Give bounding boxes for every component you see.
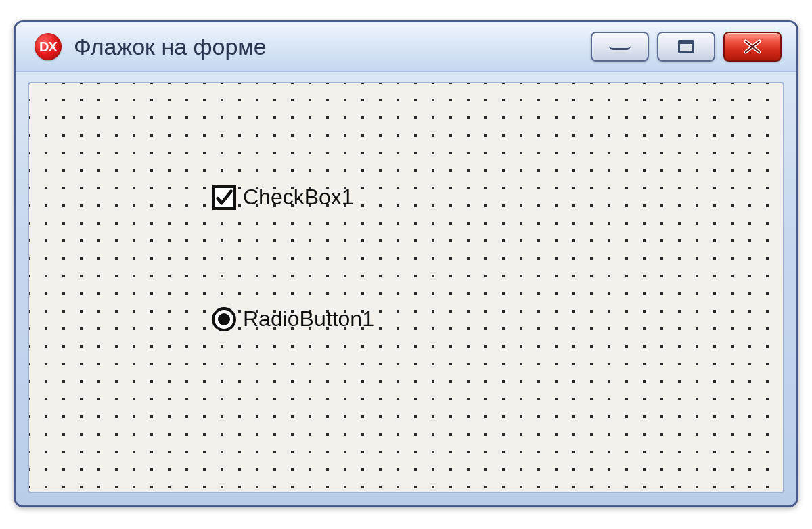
window-controls <box>591 32 782 62</box>
close-icon <box>742 39 763 55</box>
radio-dot-icon <box>218 313 230 325</box>
radio-label: RadioButton1 <box>243 306 374 331</box>
maximize-button[interactable] <box>657 32 715 62</box>
checkbox-control[interactable]: CheckBox1 <box>212 185 354 210</box>
window-title: Флажок на форме <box>74 34 591 60</box>
checkbox-icon[interactable] <box>212 185 236 210</box>
radio-icon[interactable] <box>212 307 236 331</box>
radio-control[interactable]: RadioButton1 <box>212 306 374 331</box>
minimize-icon <box>609 43 631 50</box>
checkbox-label: CheckBox1 <box>243 185 354 210</box>
form-window: DX Флажок на форме <box>14 20 798 507</box>
form-designer-surface[interactable]: CheckBox1 RadioButton1 <box>28 82 784 493</box>
close-button[interactable] <box>723 32 782 62</box>
app-icon-text: DX <box>39 39 57 55</box>
maximize-icon <box>678 40 694 53</box>
app-icon: DX <box>35 33 62 60</box>
titlebar[interactable]: DX Флажок на форме <box>16 22 796 72</box>
minimize-button[interactable] <box>591 32 649 62</box>
